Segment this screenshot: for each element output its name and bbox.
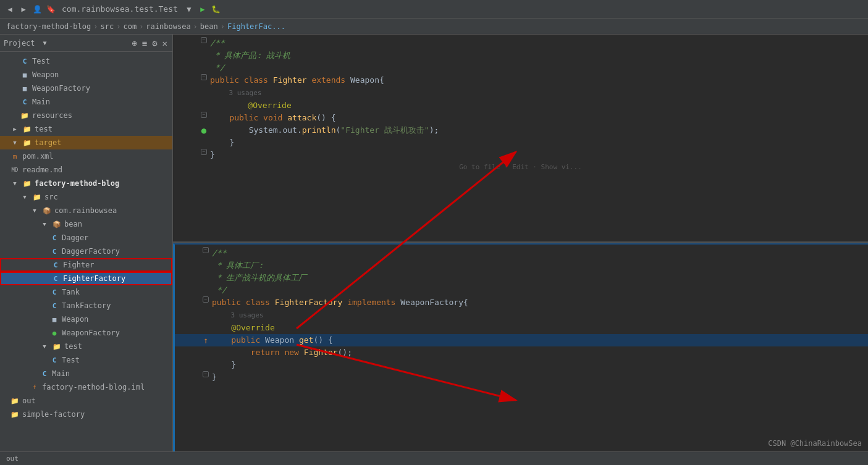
- folder-icon: 📁: [52, 341, 62, 351]
- tree-item-tank[interactable]: C Tank: [0, 285, 172, 299]
- tree-item-iml[interactable]: f factory-method-blog.iml: [0, 380, 172, 394]
- tree-item-fighterfactory[interactable]: C FighterFactory: [0, 272, 172, 285]
- class-icon: C: [49, 355, 59, 365]
- tree-item-weaponfactory-file[interactable]: ■ WeaponFactory: [0, 82, 172, 95]
- tree-item-bean[interactable]: ▼ 📦 bean: [0, 217, 172, 231]
- tree-item-tankfactory[interactable]: C TankFactory: [0, 299, 172, 312]
- tree-item-fighter[interactable]: C Fighter: [0, 258, 172, 272]
- code-line-class-def2: − public class FighterFactory implements…: [175, 296, 868, 309]
- tree-item-readme[interactable]: MD readme.md: [0, 163, 172, 177]
- tree-item-main-inner[interactable]: C Main: [0, 367, 172, 380]
- breadcrumb-factory[interactable]: factory-method-blog: [6, 22, 91, 31]
- folder-icon: 📁: [22, 178, 32, 188]
- code-line: * 具体产品: 战斗机: [173, 49, 868, 62]
- class-icon: C: [20, 56, 30, 66]
- package-icon: 📦: [52, 219, 62, 229]
- fold-icon[interactable]: −: [203, 247, 209, 253]
- fold-icon[interactable]: −: [203, 371, 209, 377]
- back-icon[interactable]: ◀: [5, 4, 15, 14]
- tree-item-resources[interactable]: 📁 resources: [0, 109, 172, 122]
- folder-icon: 📁: [10, 409, 20, 419]
- separator-hint: Go to file · Edit · Show vi...: [173, 161, 868, 174]
- tree-item-test-folder[interactable]: ▶ 📁 test: [0, 122, 172, 136]
- tab-dropdown-icon[interactable]: ▼: [184, 4, 194, 14]
- tree-item-factory-blog[interactable]: ▼ 📁 factory-method-blog: [0, 177, 172, 190]
- tree-item-test-file[interactable]: C Test: [0, 54, 172, 68]
- tree-item-test-inner[interactable]: ▼ 📁 test: [0, 340, 172, 353]
- tree-item-main-file[interactable]: C Main: [0, 95, 172, 109]
- breadcrumb-bean[interactable]: bean: [200, 22, 218, 31]
- fold-icon[interactable]: −: [201, 112, 207, 118]
- breadcrumb-rainbowsea[interactable]: rainbowsea: [146, 22, 190, 31]
- maven-icon: m: [10, 151, 20, 161]
- expand-icon: ▶: [10, 124, 20, 134]
- code-line: */: [175, 284, 868, 296]
- code-editor: − /** * 具体产品: 战斗机 */: [173, 35, 868, 451]
- tree-item-daggerfactory[interactable]: C DaggerFactory: [0, 245, 172, 258]
- breadcrumb: factory-method-blog › src › com › rainbo…: [0, 19, 868, 35]
- class-icon: C: [20, 97, 30, 107]
- sidebar-toolbar: Project ▼ ⊕ ≡ ⚙ ✕: [0, 35, 172, 52]
- expand-icon: ▼: [40, 341, 49, 351]
- tree-item-test-class[interactable]: C Test: [0, 353, 172, 367]
- folder-icon: 📁: [20, 111, 30, 120]
- code-line-usages2: 3 usages: [175, 309, 868, 322]
- code-line: − /**: [173, 37, 868, 49]
- tree-item-com-rainbowsea[interactable]: ▼ 📦 com.rainbowsea: [0, 204, 172, 217]
- file-tab[interactable]: com.rainbowsea.test.Test: [59, 3, 180, 15]
- breadcrumb-com[interactable]: com: [123, 22, 137, 31]
- code-line: */: [173, 62, 868, 74]
- bottom-bar: out: [0, 451, 868, 465]
- debug-icon[interactable]: 🐛: [211, 4, 221, 14]
- expand-icon: ▼: [30, 206, 40, 216]
- sidebar-dropdown-icon[interactable]: ▼: [40, 38, 50, 48]
- expand-icon: ▼: [10, 178, 20, 188]
- package-icon: 📦: [42, 206, 52, 216]
- debug-breakpoint-icon: ●: [201, 124, 206, 136]
- user-icon[interactable]: 👤: [32, 4, 42, 14]
- code-line: * 具体工厂:: [175, 259, 868, 272]
- tree-item-target[interactable]: ▼ 📁 target: [0, 136, 172, 149]
- code-line-return: return new Fighter();: [175, 346, 868, 359]
- breadcrumb-current[interactable]: FighterFac...: [227, 22, 285, 31]
- class-icon: C: [49, 287, 59, 297]
- upper-code-content[interactable]: − /** * 具体产品: 战斗机 */: [173, 35, 868, 241]
- expand-icon: ▼: [20, 192, 30, 202]
- tree-item-out[interactable]: 📁 out: [0, 394, 172, 408]
- code-line-body: ● System.out.println("Fighter 战斗机攻击");: [173, 124, 868, 136]
- sidebar-settings-icon[interactable]: ⚙: [151, 37, 158, 49]
- top-toolbar: ◀ ▶ 👤 🔖 com.rainbowsea.test.Test ▼ ▶ 🐛: [0, 0, 868, 19]
- forward-icon[interactable]: ▶: [19, 4, 28, 14]
- tree-item-dagger[interactable]: C Dagger: [0, 231, 172, 245]
- sidebar-collapse-icon[interactable]: ≡: [141, 37, 148, 49]
- tree-item-simple-factory[interactable]: 📁 simple-factory: [0, 408, 172, 421]
- fold-icon[interactable]: −: [201, 149, 207, 155]
- folder-icon: 📁: [22, 138, 32, 148]
- tree-item-pom[interactable]: m pom.xml: [0, 149, 172, 163]
- sidebar-close-icon[interactable]: ✕: [161, 37, 169, 49]
- tree-item-weapon-interface[interactable]: ■ Weapon: [0, 312, 172, 326]
- class-icon: C: [49, 301, 59, 311]
- tree-item-weapon-file[interactable]: ■ Weapon: [0, 68, 172, 82]
- fold-icon[interactable]: −: [201, 74, 207, 80]
- breadcrumb-src[interactable]: src: [101, 22, 114, 31]
- folder-icon: 📁: [32, 192, 42, 202]
- run-icon[interactable]: ▶: [198, 4, 208, 14]
- code-line-method: − public void attack() {: [173, 112, 868, 124]
- code-line-override2: @Override: [175, 322, 868, 334]
- tree-item-src[interactable]: ▼ 📁 src: [0, 190, 172, 204]
- fold-icon[interactable]: −: [203, 296, 209, 303]
- fold-icon[interactable]: −: [201, 37, 207, 43]
- tree-item-weaponfactory-interface[interactable]: ● WeaponFactory: [0, 326, 172, 340]
- sidebar-plus-icon[interactable]: ⊕: [130, 37, 138, 49]
- interface-icon: ■: [20, 70, 30, 80]
- lower-code-content[interactable]: − /** * 具体工厂: * 生产战斗机的具体工厂: [175, 245, 868, 451]
- class-icon: C: [49, 246, 59, 256]
- class-icon: C: [51, 260, 61, 270]
- bookmark-icon[interactable]: 🔖: [46, 4, 56, 14]
- interface-icon: ■: [49, 314, 59, 324]
- expand-icon: ▼: [40, 219, 49, 229]
- folder-icon: 📁: [22, 124, 32, 134]
- code-line: − /**: [175, 247, 868, 259]
- folder-icon: 📁: [10, 396, 20, 406]
